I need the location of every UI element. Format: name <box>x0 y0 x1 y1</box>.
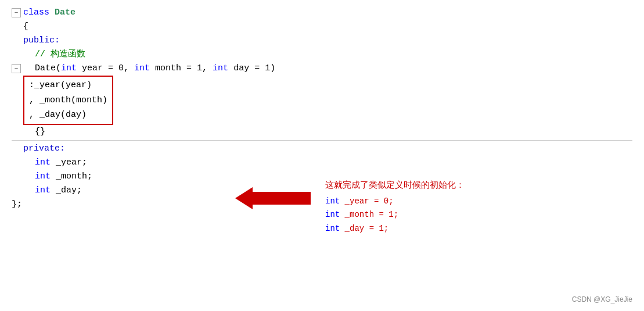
month-param: month = 1, <box>150 62 213 76</box>
public-keyword: public: <box>23 34 60 48</box>
ann-rest1: _year = 0; <box>340 196 393 206</box>
svg-marker-0 <box>235 187 311 209</box>
comment: // 构造函数 <box>35 48 85 62</box>
line-class: − class Date <box>12 6 632 20</box>
line-year-decl: int _year; <box>35 156 632 170</box>
init-month-line: , _month(month) <box>29 93 107 108</box>
space1 <box>49 6 55 20</box>
int-kw-month: int <box>134 62 150 76</box>
ann-rest3: _day = 1; <box>340 224 388 233</box>
collapse-icon-class[interactable]: − <box>12 8 21 17</box>
main-container: − class Date { public: // 构造函数 − Date(in… <box>0 0 644 311</box>
ann-line2: int _month = 1; <box>325 208 465 222</box>
int-kw-decl-day: int <box>35 184 51 198</box>
separator <box>12 140 632 141</box>
ann-int1: int <box>325 196 340 206</box>
ann-int2: int <box>325 210 340 219</box>
line-open-brace: { <box>12 20 632 34</box>
line-constructor: − Date(int year = 0, int month = 1, int … <box>12 62 632 76</box>
watermark: CSDN @XG_JieJie <box>572 294 632 305</box>
close-class: }; <box>12 198 22 212</box>
init-list-box: :_year(year) , _month(month) , _day(day) <box>23 76 113 125</box>
class-name: Date <box>55 6 75 20</box>
line-empty-body: {} <box>12 125 632 139</box>
int-kw-decl-month: int <box>35 170 51 184</box>
keyword-class: class <box>23 6 49 20</box>
annotation-title: 这就完成了类似定义时候的初始化： <box>325 177 465 192</box>
init-day-line: , _day(day) <box>29 108 107 123</box>
arrow-icon <box>235 187 311 209</box>
line-public: public: <box>12 34 632 48</box>
month-decl-rest: _month; <box>51 170 92 184</box>
line-close-class: }; <box>12 198 632 212</box>
day-decl-rest: _day; <box>51 184 82 198</box>
open-brace: { <box>23 20 28 34</box>
init-section: :_year(year) , _month(month) , _day(day)… <box>23 76 632 125</box>
code-area: − class Date { public: // 构造函数 − Date(in… <box>0 6 644 212</box>
collapse-icon-constructor[interactable]: − <box>12 64 21 73</box>
constructor-name: Date( <box>35 62 61 76</box>
ann-rest2: _month = 1; <box>340 210 398 219</box>
year-param: year = 0, <box>77 62 134 76</box>
annotation-panel: 这就完成了类似定义时候的初始化： int _year = 0; int _mon… <box>325 177 465 236</box>
int-kw-year: int <box>61 62 77 76</box>
int-kw-decl-year: int <box>35 156 51 170</box>
empty-body: {} <box>35 125 45 139</box>
init-year-line: :_year(year) <box>29 78 107 93</box>
year-decl-rest: _year; <box>51 156 87 170</box>
ann-line3: int _day = 1; <box>325 222 465 236</box>
private-keyword: private: <box>23 142 65 156</box>
line-private: private: <box>12 142 632 156</box>
ann-line1: int _year = 0; <box>325 195 465 209</box>
int-kw-day: int <box>213 62 228 76</box>
line-comment: // 构造函数 <box>35 48 632 62</box>
ann-int3: int <box>325 224 340 233</box>
day-param: day = 1) <box>228 62 275 76</box>
